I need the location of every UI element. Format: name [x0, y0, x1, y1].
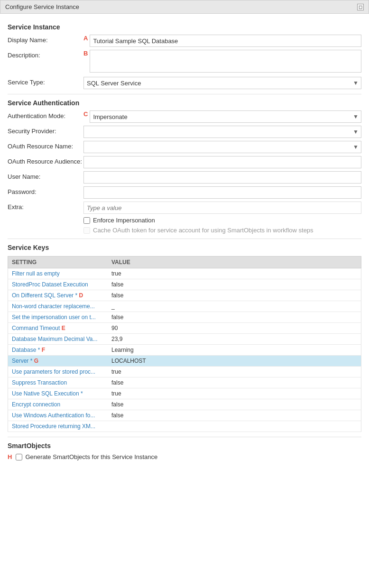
display-name-row: Display Name: A — [8, 35, 361, 47]
user-name-input[interactable] — [83, 171, 361, 184]
table-row[interactable]: Use parameters for stored proc...true — [8, 367, 361, 377]
user-name-field[interactable] — [83, 171, 361, 184]
table-row[interactable]: Non-word character replaceme..._ — [8, 301, 361, 312]
table-cell-setting: Command Timeout E — [8, 323, 108, 333]
table-row[interactable]: Filter null as emptytrue — [8, 268, 361, 279]
enforce-impersonation-checkbox[interactable] — [83, 217, 90, 224]
table-cell-value — [108, 421, 361, 432]
table-cell-setting: Use Windows Authentication fo... — [8, 410, 108, 421]
password-label: Password: — [8, 186, 83, 195]
oauth-resource-audience-field[interactable] — [83, 156, 361, 168]
table-cell-value: Learning — [108, 345, 361, 355]
table-cell-value: true — [108, 388, 361, 399]
table-cell-setting: On Different SQL Server * D — [8, 290, 108, 301]
service-auth-section-title: Service Authentication — [8, 99, 361, 107]
table-cell-setting: Stored Procedure returning XM... — [8, 421, 108, 432]
oauth-resource-name-field[interactable]: ▼ — [83, 141, 361, 153]
table-row[interactable]: Stored Procedure returning XM... — [8, 421, 361, 432]
display-name-label: Display Name: — [8, 35, 83, 44]
table-row[interactable]: Encrypt connectionfalse — [8, 399, 361, 410]
service-keys-table: SETTING VALUE Filter null as emptytrueSt… — [8, 256, 361, 432]
table-row[interactable]: StoredProc Dataset Executionfalse — [8, 279, 361, 290]
cache-oauth-checkbox[interactable] — [83, 227, 90, 234]
display-name-input[interactable] — [90, 35, 361, 47]
table-cell-value: false — [108, 377, 361, 388]
table-cell-value: 23,9 — [108, 334, 361, 344]
auth-mode-label: Authentication Mode: — [8, 110, 83, 119]
user-name-label: User Name: — [8, 171, 83, 180]
table-row[interactable]: Use Windows Authentication fo...false — [8, 410, 361, 421]
service-type-select[interactable]: SQL Server Service — [83, 77, 361, 89]
table-cell-setting: Filter null as empty — [8, 268, 108, 279]
password-input[interactable] — [83, 186, 361, 199]
service-type-select-wrapper[interactable]: SQL Server Service ▼ — [83, 77, 361, 89]
generate-smartobjects-row: H Generate SmartObjects for this Service… — [8, 453, 361, 468]
table-cell-setting: Server * G — [8, 356, 108, 366]
table-row[interactable]: On Different SQL Server * Dfalse — [8, 290, 361, 301]
smartobjects-section-title: SmartObjects — [8, 442, 361, 450]
table-cell-value: true — [108, 367, 361, 377]
user-name-row: User Name: — [8, 171, 361, 184]
table-cell-value: true — [108, 268, 361, 279]
table-row[interactable]: Server * GLOCALHOST — [8, 356, 361, 367]
service-type-field[interactable]: SQL Server Service ▼ — [83, 77, 361, 89]
security-provider-select-wrapper[interactable]: ▼ — [83, 126, 361, 138]
auth-mode-select-wrapper[interactable]: Impersonate ▼ — [90, 110, 361, 123]
oauth-resource-name-select-wrapper[interactable]: ▼ — [83, 141, 361, 153]
generate-smartobjects-checkbox[interactable] — [16, 454, 22, 460]
col-setting-header: SETTING — [8, 257, 108, 268]
table-header: SETTING VALUE — [8, 256, 361, 268]
table-cell-value: 90 — [108, 323, 361, 333]
cache-oauth-label: Cache OAuth token for service account fo… — [93, 227, 314, 234]
extra-label: Extra: — [8, 202, 83, 211]
table-cell-setting: Use parameters for stored proc... — [8, 367, 108, 377]
password-row: Password: — [8, 186, 361, 199]
cache-oauth-row: Cache OAuth token for service account fo… — [83, 227, 361, 234]
auth-mode-select[interactable]: Impersonate — [90, 110, 361, 123]
window-restore-button[interactable]: ◻ — [357, 4, 364, 10]
description-input[interactable] — [90, 50, 361, 73]
table-row[interactable]: Suppress Transactionfalse — [8, 377, 361, 388]
table-cell-setting: Suppress Transaction — [8, 377, 108, 388]
table-cell-setting: Use Native SQL Execution * — [8, 388, 108, 399]
generate-smartobjects-label: Generate SmartObjects for this Service I… — [25, 453, 157, 460]
table-row[interactable]: Use Native SQL Execution *true — [8, 388, 361, 399]
window-title: Configure Service Instance — [5, 3, 79, 10]
col-value-header: VALUE — [108, 257, 361, 268]
enforce-impersonation-row: Enforce Impersonation — [83, 217, 361, 224]
extra-input[interactable] — [83, 202, 361, 214]
oauth-resource-name-row: OAuth Resource Name: ▼ — [8, 141, 361, 153]
main-content: Service Instance Display Name: A Descrip… — [0, 14, 369, 473]
display-name-field[interactable] — [90, 35, 361, 47]
password-field[interactable] — [83, 186, 361, 199]
table-cell-setting: Encrypt connection — [8, 399, 108, 410]
auth-mode-marker: C — [83, 110, 88, 118]
table-row[interactable]: Database Maximum Decimal Va...23,9 — [8, 334, 361, 345]
security-provider-label: Security Provider: — [8, 126, 83, 135]
security-provider-select[interactable] — [83, 126, 361, 138]
window-title-bar: Configure Service Instance ◻ — [0, 0, 369, 14]
oauth-resource-name-select[interactable] — [83, 141, 361, 153]
oauth-resource-audience-row: OAuth Resource Audience: — [8, 156, 361, 168]
table-cell-value: _ — [108, 301, 361, 312]
extra-field[interactable] — [83, 202, 361, 214]
description-label: Description: — [8, 50, 83, 59]
service-type-label: Service Type: — [8, 77, 83, 86]
divider-2 — [8, 239, 361, 239]
generate-smartobjects-marker: H — [8, 453, 12, 460]
table-row[interactable]: Command Timeout E90 — [8, 323, 361, 334]
table-row[interactable]: Set the impersonation user on t...false — [8, 312, 361, 323]
auth-mode-field[interactable]: Impersonate ▼ — [90, 110, 361, 123]
security-provider-field[interactable]: ▼ — [83, 126, 361, 138]
table-cell-setting: Database * F — [8, 345, 108, 355]
table-row[interactable]: Database * FLearning — [8, 345, 361, 356]
service-type-row: Service Type: SQL Server Service ▼ — [8, 77, 361, 89]
auth-mode-row: Authentication Mode: C Impersonate ▼ — [8, 110, 361, 123]
table-cell-setting: Set the impersonation user on t... — [8, 312, 108, 322]
enforce-impersonation-label: Enforce Impersonation — [93, 217, 155, 224]
service-instance-section-title: Service Instance — [8, 23, 361, 31]
divider-1 — [8, 94, 361, 94]
oauth-resource-audience-input[interactable] — [83, 156, 361, 168]
extra-row: Extra: — [8, 202, 361, 214]
description-field[interactable] — [90, 50, 361, 74]
